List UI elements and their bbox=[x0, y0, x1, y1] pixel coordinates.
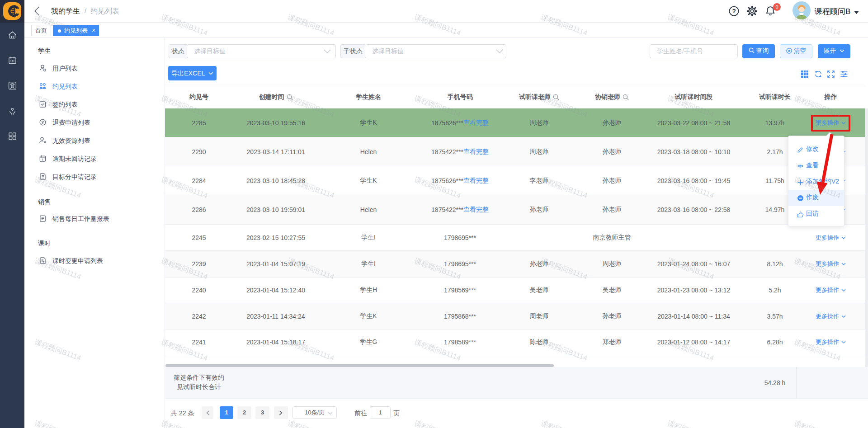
svg-text:?: ? bbox=[732, 8, 736, 14]
